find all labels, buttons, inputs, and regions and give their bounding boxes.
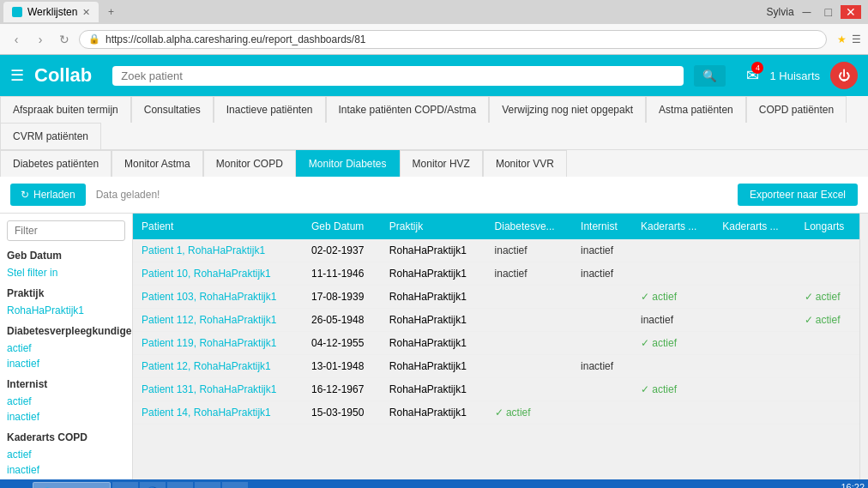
sidebar-section-diabetesverpleegkundige: Diabetesverpleegkundige actief inactief [7,325,125,371]
table-row: Patient 131, RohaHaPraktijk116-12-1967Ro… [133,378,859,401]
tab-monitor-copd[interactable]: Monitor COPD [203,150,296,177]
internist-actief-link[interactable]: actief [7,394,125,409]
patient-link[interactable]: Patient 103, RohaHaPraktijk1 [142,291,276,303]
tab-monitor-diabetes[interactable]: Monitor Diabetes [296,150,400,177]
tab-consultaties[interactable]: Consultaties [131,96,214,123]
cell-kaderarts1: ✓ actief [632,332,714,355]
cell-internist [572,401,632,425]
export-button[interactable]: Exporteer naar Excel [738,184,858,206]
diab-actief-link[interactable]: actief [7,340,125,356]
cell-kaderarts1 [632,262,714,286]
hamburger-icon[interactable]: ☰ [10,66,24,85]
power-button[interactable]: ⏻ [830,62,858,89]
col-header-praktijk[interactable]: Praktijk [381,214,486,239]
stel-filter-link[interactable]: Stel filter in [7,265,125,280]
tab-monitor-vvr[interactable]: Monitor VVR [483,150,567,177]
tab-copd-patienten[interactable]: COPD patiënten [746,96,847,123]
tab-verwijzing[interactable]: Verwijzing nog niet opgepakt [489,96,646,123]
actief-label: actief [816,314,841,326]
cell-internist: inactief [572,239,632,262]
internist-inactief-link[interactable]: inactief [7,409,125,425]
close-button[interactable]: ✕ [841,5,861,19]
cell-kaderarts2 [714,309,795,332]
minimize-button[interactable]: ─ [798,5,817,19]
notification-icon[interactable]: ✉ 4 [746,66,759,85]
app-logo: Collab [34,64,92,87]
patient-link[interactable]: Patient 1, RohaHaPraktijk1 [142,244,265,256]
data-loaded-status: Data geladen! [96,189,160,201]
url-bar[interactable]: 🔒 https://collab.alpha.caresharing.eu/re… [79,30,827,49]
col-header-kaderarts1[interactable]: Kaderarts ... [632,214,714,239]
taskbar-werklijsten[interactable]: 🌐 Werklijsten [33,482,111,488]
patient-link[interactable]: Patient 14, RohaHaPraktijk1 [142,407,271,419]
col-header-kaderarts2[interactable]: Kaderarts ... [714,214,795,239]
praktijk-roha-link[interactable]: RohaHaPraktijk1 [7,303,125,318]
col-header-geb-datum[interactable]: Geb Datum [303,214,381,239]
cell-kaderarts2 [714,239,795,262]
browser-menu-icon[interactable]: ☰ [852,33,861,45]
tab-intake-patienten[interactable]: Intake patiënten COPD/Astma [326,96,490,123]
header-right: ✉ 4 1 Huisarts ⏻ [746,62,858,89]
search-button[interactable]: 🔍 [694,65,726,87]
patient-link[interactable]: Patient 112, RohaHaPraktijk1 [142,314,276,326]
back-button[interactable]: ‹ [7,30,26,49]
cell-longarts [796,378,859,401]
cell-kaderarts1 [632,355,714,378]
kaderarts-copd-title: Kaderarts COPD [7,431,125,443]
patient-link[interactable]: Patient 12, RohaHaPraktijk1 [142,360,271,372]
restore-button[interactable]: □ [820,5,837,19]
tab-cvrm-patienten[interactable]: CVRM patiënten [0,123,101,149]
taskbar-outlook[interactable]: O [195,482,220,488]
taskbar: ⊞ 🌐 Werklijsten 📁 🔵 S O W ⌨ 📶 🔊 16:22 20… [0,479,868,488]
patient-link[interactable]: Patient 131, RohaHaPraktijk1 [142,383,276,395]
col-header-longarts[interactable]: Longarts [796,214,859,239]
patient-link[interactable]: Patient 119, RohaHaPraktijk1 [142,337,276,349]
cell-diabetesve: inactief [486,262,572,286]
cell-patient: Patient 112, RohaHaPraktijk1 [133,309,303,332]
taskbar-skype[interactable]: S [167,482,193,488]
active-tab[interactable]: Werklijsten ✕ [3,2,99,22]
start-button[interactable]: ⊞ [3,482,29,488]
cell-praktijk: RohaHaPraktijk1 [381,332,486,355]
table-wrapper[interactable]: Patient Geb Datum Praktijk Diabetesve...… [133,214,859,479]
diab-inactief-link[interactable]: inactief [7,356,125,371]
tab-diabetes-patienten[interactable]: Diabetes patiënten [0,150,112,177]
tab-afspraak-buiten-termijn[interactable]: Afspraak buiten termijn [0,96,131,123]
col-header-internist[interactable]: Internist [572,214,632,239]
reload-browser-button[interactable]: ↻ [55,30,74,49]
taskbar-chrome[interactable]: 🔵 [140,482,166,488]
cell-kaderarts1 [632,239,714,262]
tab-inactieve-patienten[interactable]: Inactieve patiënten [214,96,326,123]
patient-link[interactable]: Patient 10, RohaHaPraktijk1 [142,268,271,280]
kaderarts-copd-inactief-link[interactable]: inactief [7,462,125,478]
scroll-indicator[interactable] [859,214,868,479]
table-row: Patient 112, RohaHaPraktijk126-05-1948Ro… [133,309,859,332]
tab-monitor-astma[interactable]: Monitor Astma [112,150,203,177]
cell-kaderarts1: ✓ actief [632,286,714,309]
cell-patient: Patient 12, RohaHaPraktijk1 [133,355,303,378]
filter-input[interactable] [7,220,125,241]
col-header-diabetesve[interactable]: Diabetesve... [486,214,572,239]
app-header: ☰ Collab 🔍 ✉ 4 1 Huisarts ⏻ [0,55,868,96]
bookmark-icon[interactable]: ★ [837,33,847,45]
col-header-patient[interactable]: Patient [133,214,303,239]
reload-button[interactable]: ↻ Herladen [10,184,86,206]
cell-kaderarts1: ✓ actief [632,378,714,401]
taskbar-clock: 16:22 20-11-2015 [817,481,865,488]
tab-monitor-hvz[interactable]: Monitor HVZ [400,150,483,177]
taskbar-explorer[interactable]: 📁 [112,482,138,488]
cell-geb_datum: 11-11-1946 [303,262,381,286]
cell-geb_datum: 13-01-1948 [303,355,381,378]
search-input[interactable] [121,69,675,82]
taskbar-word[interactable]: W [222,482,248,488]
forward-button[interactable]: › [31,30,50,49]
new-tab-button[interactable]: + [102,3,119,21]
cell-longarts [796,332,859,355]
cell-internist: inactief [572,262,632,286]
cell-geb_datum: 16-12-1967 [303,378,381,401]
cell-diabetesve [486,286,572,309]
tab-astma-patienten[interactable]: Astma patiënten [646,96,746,123]
kaderarts-copd-actief-link[interactable]: actief [7,447,125,462]
tab-close-icon[interactable]: ✕ [82,7,90,18]
cell-kaderarts2 [714,262,795,286]
